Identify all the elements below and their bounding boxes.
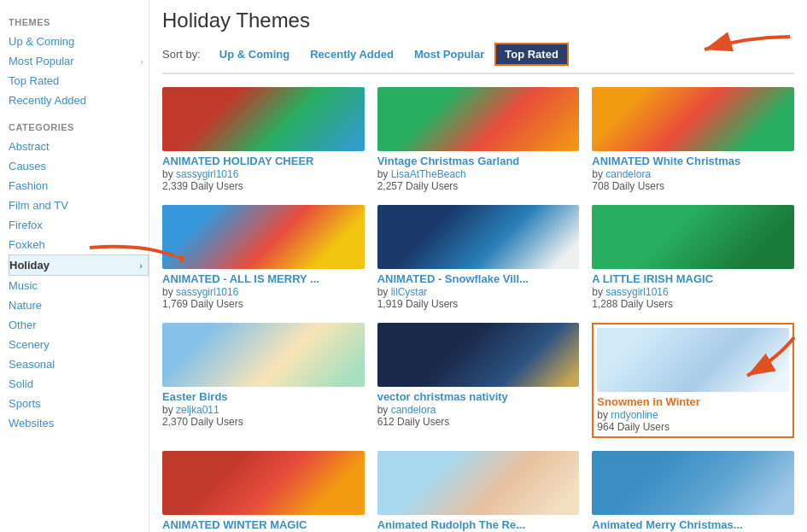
sidebar: THEMES Up & ComingMost Popular›Top Rated… bbox=[0, 0, 149, 532]
sidebar-item-label: Up & Coming bbox=[9, 35, 74, 48]
theme-title: Vintage Christmas Garland bbox=[377, 155, 580, 167]
theme-thumbnail bbox=[162, 87, 365, 151]
theme-users: 708 Daily Users bbox=[592, 180, 794, 192]
sidebar-item-top-rated[interactable]: Top Rated bbox=[9, 71, 149, 91]
categories-section-title: CATEGORIES bbox=[9, 122, 149, 132]
theme-thumbnail bbox=[377, 323, 580, 387]
sidebar-item-up-&-coming[interactable]: Up & Coming bbox=[9, 32, 149, 51]
sidebar-item-label: Firefox bbox=[9, 219, 43, 231]
theme-title: ANIMATED HOLIDAY CHEER bbox=[162, 155, 365, 167]
sidebar-item-label: Holiday bbox=[9, 259, 50, 272]
theme-card-10[interactable]: Animated Rudolph The Re... by Leigh Anne… bbox=[377, 451, 580, 532]
theme-title: vector christmas nativity bbox=[377, 390, 580, 403]
theme-thumbnail bbox=[597, 328, 789, 392]
theme-title: A LITTLE IRISH MAGIC bbox=[592, 272, 794, 285]
theme-thumbnail bbox=[592, 87, 794, 151]
theme-card-1[interactable]: Vintage Christmas Garland by LisaAtTheBe… bbox=[377, 87, 580, 192]
chevron-icon: › bbox=[139, 260, 143, 271]
sidebar-item-label: Recently Added bbox=[9, 94, 86, 107]
sidebar-item-most-popular[interactable]: Most Popular› bbox=[9, 51, 149, 71]
theme-users: 1,288 Daily Users bbox=[592, 298, 794, 310]
theme-title: ANIMATED - Snowflake Vill... bbox=[377, 272, 580, 285]
theme-thumbnail bbox=[377, 87, 580, 151]
theme-card-9[interactable]: ANIMATED WINTER MAGIC by sassygirl1016 3… bbox=[162, 451, 365, 532]
theme-thumbnail bbox=[592, 205, 794, 269]
sidebar-item-label: Websites bbox=[9, 417, 54, 430]
theme-users: 1,769 Daily Users bbox=[162, 298, 365, 310]
theme-card-0[interactable]: ANIMATED HOLIDAY CHEER by sassygirl1016 … bbox=[162, 87, 365, 192]
sort-option-up-&-coming[interactable]: Up & Coming bbox=[209, 43, 300, 66]
theme-card-7[interactable]: vector christmas nativity by candelora 6… bbox=[377, 323, 580, 438]
main-content: Holiday Themes Sort by: Up & ComingRecen… bbox=[149, 0, 807, 532]
themes-grid: ANIMATED HOLIDAY CHEER by sassygirl1016 … bbox=[162, 87, 794, 532]
theme-users: 2,257 Daily Users bbox=[377, 180, 580, 192]
theme-author: by rndyonline bbox=[597, 409, 789, 421]
theme-title: Animated Merry Christmas... bbox=[592, 518, 794, 531]
sidebar-item-film-and-tv[interactable]: Film and TV bbox=[9, 196, 149, 215]
theme-thumbnail bbox=[162, 323, 365, 387]
sidebar-item-label: Other bbox=[9, 319, 37, 331]
sidebar-item-holiday[interactable]: Holiday› bbox=[9, 254, 149, 276]
page-title: Holiday Themes bbox=[162, 9, 794, 32]
sort-option-most-popular[interactable]: Most Popular bbox=[404, 43, 494, 66]
theme-thumbnail bbox=[377, 205, 580, 269]
theme-card-5[interactable]: A LITTLE IRISH MAGIC by sassygirl1016 1,… bbox=[592, 205, 794, 310]
sidebar-item-label: Abstract bbox=[9, 140, 50, 153]
theme-card-11[interactable]: Animated Merry Christmas... by Leigh Ann… bbox=[592, 451, 794, 532]
sidebar-item-label: Foxkeh bbox=[9, 238, 45, 251]
sidebar-item-label: Nature bbox=[9, 299, 42, 312]
theme-users: 2,370 Daily Users bbox=[162, 416, 365, 428]
theme-card-2[interactable]: ANIMATED White Christmas by candelora 70… bbox=[592, 87, 794, 192]
sort-option-top-rated[interactable]: Top Rated bbox=[494, 43, 569, 66]
theme-thumbnail bbox=[592, 451, 794, 515]
sidebar-item-label: Causes bbox=[9, 160, 46, 172]
theme-thumbnail bbox=[162, 451, 365, 515]
theme-users: 612 Daily Users bbox=[377, 416, 580, 428]
sidebar-item-sports[interactable]: Sports bbox=[9, 394, 149, 413]
sidebar-item-seasonal[interactable]: Seasonal bbox=[9, 354, 149, 374]
theme-title: ANIMATED WINTER MAGIC bbox=[162, 518, 365, 531]
theme-author: by LisaAtTheBeach bbox=[377, 168, 580, 180]
sidebar-item-label: Music bbox=[9, 279, 38, 292]
theme-users: 964 Daily Users bbox=[597, 421, 789, 433]
sidebar-item-label: Film and TV bbox=[9, 199, 68, 212]
sort-bar: Sort by: Up & ComingRecently AddedMost P… bbox=[162, 43, 794, 74]
theme-title: Animated Rudolph The Re... bbox=[377, 518, 580, 531]
theme-card-4[interactable]: ANIMATED - Snowflake Vill... by lilCysta… bbox=[377, 205, 580, 310]
theme-author: by sassygirl1016 bbox=[592, 286, 794, 298]
theme-thumbnail bbox=[377, 451, 580, 515]
sidebar-item-abstract[interactable]: Abstract bbox=[9, 137, 149, 156]
sidebar-item-label: Top Rated bbox=[9, 74, 59, 87]
sort-by-label: Sort by: bbox=[162, 48, 201, 61]
theme-title: ANIMATED White Christmas bbox=[592, 155, 794, 167]
sidebar-item-other[interactable]: Other bbox=[9, 315, 149, 335]
sidebar-item-scenery[interactable]: Scenery bbox=[9, 335, 149, 354]
sidebar-item-label: Most Popular bbox=[9, 55, 74, 67]
sidebar-item-foxkeh[interactable]: Foxkeh bbox=[9, 235, 149, 254]
sidebar-item-recently-added[interactable]: Recently Added bbox=[9, 91, 149, 110]
theme-author: by candelora bbox=[592, 168, 794, 180]
theme-author: by zeljka011 bbox=[162, 404, 365, 416]
theme-title: ANIMATED - ALL IS MERRY ... bbox=[162, 272, 365, 285]
themes-section-title: THEMES bbox=[9, 17, 149, 27]
sidebar-item-label: Scenery bbox=[9, 338, 50, 351]
sidebar-item-causes[interactable]: Causes bbox=[9, 156, 149, 176]
theme-card-3[interactable]: ANIMATED - ALL IS MERRY ... by sassygirl… bbox=[162, 205, 365, 310]
theme-card-8[interactable]: Snowmen in Winter by rndyonline 964 Dail… bbox=[592, 323, 794, 438]
sidebar-item-firefox[interactable]: Firefox bbox=[9, 215, 149, 235]
theme-thumbnail bbox=[162, 205, 365, 269]
sidebar-item-solid[interactable]: Solid bbox=[9, 374, 149, 394]
chevron-icon: › bbox=[140, 56, 143, 67]
sidebar-item-music[interactable]: Music bbox=[9, 276, 149, 295]
sidebar-item-websites[interactable]: Websites bbox=[9, 413, 149, 433]
sidebar-item-label: Seasonal bbox=[9, 358, 55, 371]
sidebar-item-label: Fashion bbox=[9, 179, 48, 192]
sidebar-item-nature[interactable]: Nature bbox=[9, 295, 149, 315]
sort-options: Up & ComingRecently AddedMost PopularTop… bbox=[209, 43, 569, 66]
sidebar-item-fashion[interactable]: Fashion bbox=[9, 176, 149, 196]
theme-author: by sassygirl1016 bbox=[162, 168, 365, 180]
app-layout: THEMES Up & ComingMost Popular›Top Rated… bbox=[0, 0, 807, 532]
theme-card-6[interactable]: Easter Birds by zeljka011 2,370 Daily Us… bbox=[162, 323, 365, 438]
sort-option-recently-added[interactable]: Recently Added bbox=[300, 43, 404, 66]
theme-author: by lilCystar bbox=[377, 286, 580, 298]
